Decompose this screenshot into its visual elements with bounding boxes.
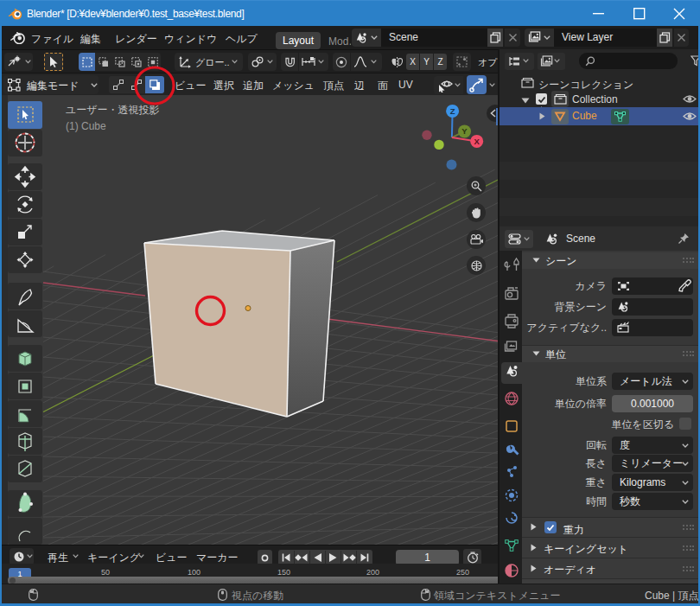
- svg-text:Y: Y: [461, 126, 468, 136]
- svg-text:Z: Z: [450, 106, 455, 116]
- svg-text:X: X: [474, 137, 480, 146]
